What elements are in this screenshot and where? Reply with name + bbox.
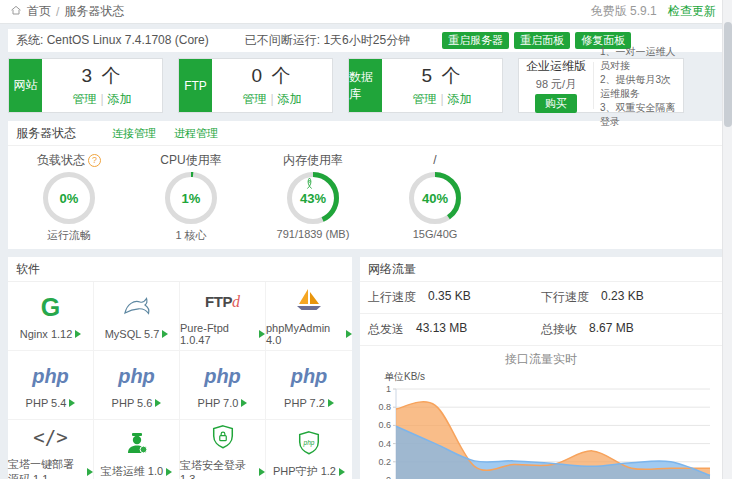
ftp-card: FTP 0 个 管理|添加 <box>178 58 333 113</box>
restart-panel-button[interactable]: 重启面板 <box>514 32 570 49</box>
page-scrollbar <box>722 0 732 479</box>
software-item-php54[interactable]: php PHP 5.4 <box>8 351 94 420</box>
running-play-icon[interactable] <box>155 399 161 407</box>
scrollbar-thumb[interactable] <box>724 22 732 127</box>
software-item-phpmyadmin[interactable]: phpMyAdmin 4.0 <box>266 282 352 351</box>
software-panel: 软件 G Nginx 1.12 MySQL 5.7 FTPd Pure <box>8 257 352 479</box>
ftp-manage-link[interactable]: 管理 <box>242 92 266 106</box>
home-icon <box>10 4 22 19</box>
software-item-mysql[interactable]: MySQL 5.7 <box>94 282 180 351</box>
database-manage-link[interactable]: 管理 <box>412 92 436 106</box>
database-card-label: 数据库 <box>349 59 382 112</box>
software-item-nginx[interactable]: G Nginx 1.12 <box>8 282 94 351</box>
total-sent-label: 总发送 <box>368 321 404 338</box>
svg-text:1: 1 <box>386 384 391 394</box>
gauge-value: 43% <box>286 171 340 225</box>
database-add-link[interactable]: 添加 <box>448 92 472 106</box>
ftp-add-link[interactable]: 添加 <box>278 92 302 106</box>
traffic-area-chart: 00.20.40.60.8117:32:1117:32:1617:32:2017… <box>360 384 722 479</box>
tab-process-manage[interactable]: 进程管理 <box>174 126 218 141</box>
restart-server-button[interactable]: 重启服务器 <box>442 32 509 49</box>
tab-connection-manage[interactable]: 连接管理 <box>112 126 156 141</box>
software-item-label: PHP 7.0 <box>198 397 239 409</box>
ftp-card-label: FTP <box>179 59 212 112</box>
gauge-label: / <box>433 153 436 167</box>
software-item-secure-login[interactable]: 宝塔安全登录 1.3 <box>180 420 266 479</box>
load-gauge: 负载状态 0% 运行流畅 <box>8 152 130 243</box>
php-logo-icon: php <box>291 365 328 388</box>
database-count: 5 个 <box>422 63 463 89</box>
software-item-label: phpMyAdmin 4.0 <box>266 322 343 346</box>
gauge-subtext: 运行流畅 <box>47 228 91 243</box>
running-play-icon[interactable] <box>241 399 247 407</box>
running-play-icon[interactable] <box>162 330 168 338</box>
software-item-bt-ops[interactable]: 宝塔运维 1.0 <box>94 420 180 479</box>
website-manage-link[interactable]: 管理 <box>72 92 96 106</box>
enterprise-promo-card: 企业运维版 98 元/月 购买 1、一对一运维人员对接 2、提供每月3次运维服务… <box>518 58 684 113</box>
down-speed-value: 0.23 KB <box>601 289 644 306</box>
total-row: 总发送43.13 MB 总接收8.67 MB <box>360 314 722 346</box>
gauge-label: 内存使用率 <box>283 152 343 169</box>
server-status-title: 服务器状态 <box>16 125 76 142</box>
gauge-value: 1% <box>164 171 218 225</box>
running-play-icon[interactable] <box>259 468 265 476</box>
promo-price: 98 元/月 <box>536 77 576 92</box>
code-deploy-icon: </> <box>33 426 67 448</box>
software-item-php70[interactable]: php PHP 7.0 <box>180 351 266 420</box>
website-card: 网站 3 个 管理|添加 <box>8 58 163 113</box>
buy-button[interactable]: 购买 <box>535 94 577 113</box>
check-update-link[interactable]: 检查更新 <box>668 4 716 18</box>
total-recv-label: 总接收 <box>541 321 577 338</box>
breadcrumb-separator: / <box>56 5 59 19</box>
up-speed-value: 0.35 KB <box>428 289 471 306</box>
nginx-logo-icon: G <box>41 293 60 322</box>
gauges-row: 负载状态 0% 运行流畅 CPU使用率 1% <box>8 146 722 249</box>
gauge-value: 40% <box>408 171 462 225</box>
svg-text:0.8: 0.8 <box>378 402 391 412</box>
software-item-label: Nginx 1.12 <box>20 328 73 340</box>
software-item-label: 宝塔安全登录 1.3 <box>180 458 256 479</box>
running-play-icon[interactable] <box>69 399 75 407</box>
server-status-panel: 服务器状态 连接管理 进程管理 负载状态 0% 运行流畅 CPU使用率 <box>8 121 722 249</box>
software-item-label: 宝塔一键部署源码 1.1 <box>8 457 84 479</box>
running-play-icon[interactable] <box>328 399 334 407</box>
running-play-icon[interactable] <box>166 468 172 476</box>
gauge-label: CPU使用率 <box>160 152 221 169</box>
promo-feature: 3、双重安全隔离登录 <box>600 101 681 129</box>
svg-text:0.6: 0.6 <box>378 420 391 430</box>
running-play-icon[interactable] <box>75 330 81 338</box>
svg-text:php: php <box>303 439 315 447</box>
gauge-subtext: 1 核心 <box>175 228 206 243</box>
software-item-php-guard[interactable]: php PHP守护 1.2 <box>266 420 352 479</box>
link-divider: | <box>100 92 103 106</box>
chart-title: 接口流量实时 <box>360 351 722 368</box>
software-item-php72[interactable]: php PHP 7.2 <box>266 351 352 420</box>
pureftpd-logo-icon: FTP <box>205 293 232 310</box>
software-item-deploy-code[interactable]: </> 宝塔一键部署源码 1.1 <box>8 420 94 479</box>
running-play-icon[interactable] <box>259 330 265 338</box>
promo-title: 企业运维版 <box>526 58 586 75</box>
stat-cards-row: 网站 3 个 管理|添加 FTP 0 个 管理|添加 数据库 5 个 管理|添加… <box>8 58 722 113</box>
software-item-php56[interactable]: php PHP 5.6 <box>94 351 180 420</box>
network-title: 网络流量 <box>368 261 416 278</box>
running-play-icon[interactable] <box>339 468 345 476</box>
running-play-icon[interactable] <box>87 468 93 476</box>
software-item-label: Pure-Ftpd 1.0.47 <box>180 322 256 346</box>
cpu-gauge: CPU使用率 1% 1 核心 <box>130 152 252 243</box>
software-item-label: PHP 7.2 <box>284 397 325 409</box>
svg-text:0: 0 <box>386 475 391 479</box>
website-count: 3 个 <box>82 63 123 89</box>
promo-features: 1、一对一运维人员对接 2、提供每月3次运维服务 3、双重安全隔离登录 <box>593 62 683 109</box>
software-grid: G Nginx 1.12 MySQL 5.7 FTPd Pure-Ftpd 1.… <box>8 282 352 479</box>
total-sent-value: 43.13 MB <box>416 321 467 338</box>
website-add-link[interactable]: 添加 <box>108 92 132 106</box>
mysql-logo-icon <box>122 294 152 321</box>
breadcrumb-home[interactable]: 首页 <box>27 3 51 20</box>
speed-row: 上行速度0.35 KB 下行速度0.23 KB <box>360 282 722 314</box>
help-icon[interactable] <box>88 154 101 167</box>
software-title: 软件 <box>16 261 40 278</box>
version-area: 免费版 5.9.1 检查更新 <box>591 3 716 20</box>
running-play-icon[interactable] <box>346 330 352 338</box>
software-item-pureftpd[interactable]: FTPd Pure-Ftpd 1.0.47 <box>180 282 266 351</box>
link-divider: | <box>270 92 273 106</box>
